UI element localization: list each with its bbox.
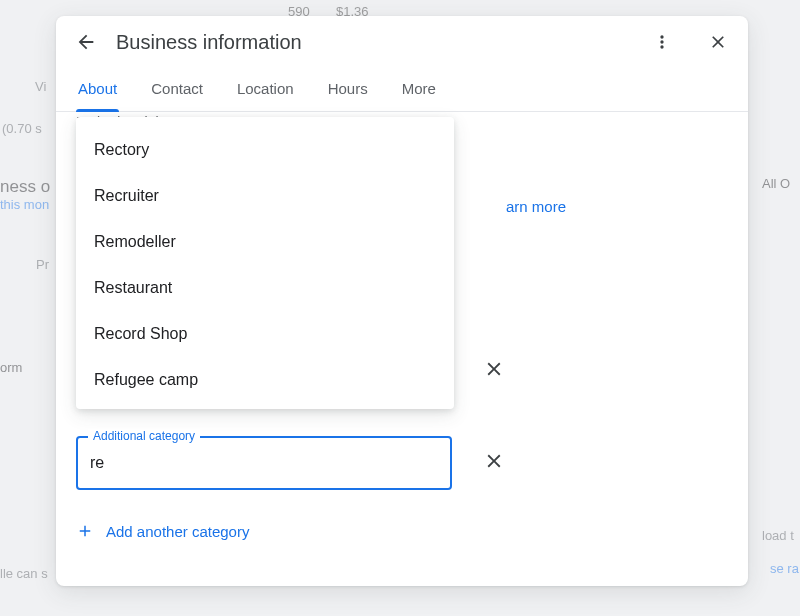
add-another-category-label: Add another category bbox=[106, 523, 249, 540]
suggestion-option[interactable]: Restaurant bbox=[76, 265, 454, 311]
close-icon[interactable] bbox=[706, 30, 730, 54]
dialog-title: Business information bbox=[116, 31, 302, 54]
suggestion-option[interactable]: Record Shop bbox=[76, 311, 454, 357]
additional-category-field[interactable]: Additional category bbox=[76, 436, 452, 490]
suggestion-option[interactable]: Remodeller bbox=[76, 219, 454, 265]
kebab-menu-icon[interactable] bbox=[650, 30, 674, 54]
tab-location[interactable]: Location bbox=[235, 74, 296, 111]
tab-contact[interactable]: Contact bbox=[149, 74, 205, 111]
tab-hours[interactable]: Hours bbox=[326, 74, 370, 111]
suggestion-option[interactable]: Recruiter bbox=[76, 173, 454, 219]
tab-bar: About Contact Location Hours More bbox=[56, 64, 748, 112]
category-suggestions-dropdown: Rectory Recruiter Remodeller Restaurant … bbox=[76, 117, 454, 409]
dialog-body: EmbedSocial arn more Rectory Recruiter R… bbox=[56, 112, 748, 586]
suggestion-option[interactable]: Refugee camp bbox=[76, 357, 454, 403]
additional-category-field-wrap: Additional category bbox=[76, 436, 452, 490]
remove-category-icon[interactable] bbox=[483, 358, 505, 380]
dialog-header: Business information bbox=[56, 16, 748, 64]
learn-more-link[interactable]: arn more bbox=[506, 198, 566, 215]
clear-input-icon[interactable] bbox=[483, 450, 505, 472]
additional-category-input[interactable] bbox=[78, 454, 450, 472]
suggestion-option[interactable]: Rectory bbox=[76, 127, 454, 173]
plus-icon bbox=[76, 522, 94, 540]
add-another-category-button[interactable]: Add another category bbox=[76, 522, 249, 540]
tab-about[interactable]: About bbox=[76, 74, 119, 111]
tab-more[interactable]: More bbox=[400, 74, 438, 111]
field-label: Additional category bbox=[88, 429, 200, 443]
business-information-dialog: Business information About Contact Locat… bbox=[56, 16, 748, 586]
back-arrow-icon[interactable] bbox=[74, 30, 98, 54]
